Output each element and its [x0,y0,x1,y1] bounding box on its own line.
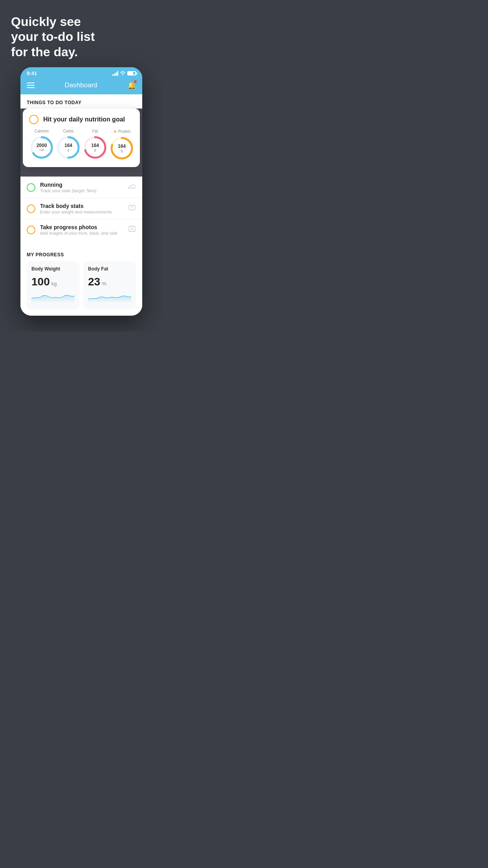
body-stats-title: Track body stats [40,203,123,209]
progress-section: MY PROGRESS Body Weight 100 kg [20,246,142,316]
menu-button[interactable] [27,83,35,88]
nutrition-fat: Fat 164 g [83,129,108,161]
body-weight-card: Body Weight 100 kg [27,261,79,309]
nutrition-card-header: Hit your daily nutrition goal [29,115,134,124]
nutrition-card: Hit your daily nutrition goal Calories [23,108,140,167]
person-photo-icon [128,225,136,235]
app-content: THINGS TO DO TODAY Hit your daily nutrit… [20,94,142,316]
nutrition-calories: Calories 2000 cal [29,129,54,161]
running-shoe-icon [127,183,136,191]
nutrition-row: Calories 2000 cal [29,129,134,161]
battery-icon [127,71,136,75]
body-weight-number: 100 [31,276,50,288]
protein-label: ★ Protein [113,129,131,134]
svg-point-10 [131,227,133,229]
todo-item-photos[interactable]: Take progress photos Add images of your … [20,219,142,240]
protein-star-icon: ★ [113,129,117,134]
running-check[interactable] [27,183,35,192]
photos-check[interactable] [27,226,35,234]
body-weight-title: Body Weight [31,266,75,272]
carbs-label: Carbs [63,129,74,133]
photos-title: Take progress photos [40,224,123,230]
body-stats-check[interactable] [27,204,35,213]
nav-bar: Dashboard 🔔 [20,78,142,94]
body-stats-text: Track body stats Enter your weight and m… [40,203,123,214]
progress-section-header: MY PROGRESS [27,252,136,257]
card-float-bg: Hit your daily nutrition goal Calories [20,108,142,177]
phone-frame: 9:41 [20,67,142,316]
calories-chart: 2000 cal [29,135,54,160]
running-text: Running Track your stats (target: 5km) [40,182,123,193]
body-weight-sparkline [31,292,75,303]
svg-rect-8 [129,205,135,210]
body-fat-value: 23 % [88,276,131,288]
signal-icon [112,71,118,76]
things-section-header: THINGS TO DO TODAY [20,94,142,108]
body-stats-subtitle: Enter your weight and measurements [40,210,123,214]
fat-chart: 164 g [83,135,108,160]
body-weight-value: 100 kg [31,276,75,288]
running-title: Running [40,182,123,188]
phone-screen: 9:41 [20,67,142,316]
notification-badge [134,80,137,83]
carbs-chart: 164 g [56,135,81,160]
hero-section: Quickly see your to-do list for the day. [0,0,163,67]
body-fat-card: Body Fat 23 % [83,261,136,309]
todo-item-running[interactable]: Running Track your stats (target: 5km) [20,177,142,198]
todo-list: Running Track your stats (target: 5km) [20,177,142,240]
photos-subtitle: Add images of your front, back, and side [40,231,123,235]
hero-title: Quickly see your to-do list for the day. [11,14,152,59]
running-subtitle: Track your stats (target: 5km) [40,188,123,193]
status-icons [112,71,136,76]
scale-icon [128,204,136,213]
wifi-icon [120,71,126,75]
body-fat-title: Body Fat [88,266,131,272]
nutrition-carbs: Carbs 164 g [56,129,81,161]
body-fat-number: 23 [88,276,100,288]
nutrition-card-title: Hit your daily nutrition goal [43,116,125,123]
body-fat-unit: % [102,281,106,287]
status-bar: 9:41 [20,67,142,78]
fat-label: Fat [92,129,98,133]
nutrition-check[interactable] [29,115,39,124]
photos-text: Take progress photos Add images of your … [40,224,123,235]
status-time: 9:41 [27,70,37,76]
nav-title: Dashboard [64,81,97,89]
body-fat-sparkline [88,292,131,303]
notification-button[interactable]: 🔔 [127,81,136,90]
protein-chart: 164 g [109,136,134,161]
background: Quickly see your to-do list for the day.… [0,0,163,331]
calories-label: Calories [35,129,49,133]
todo-item-body-stats[interactable]: Track body stats Enter your weight and m… [20,198,142,219]
progress-cards: Body Weight 100 kg [27,261,136,316]
body-weight-unit: kg [51,281,57,287]
nutrition-protein: ★ Protein 164 [109,129,134,161]
